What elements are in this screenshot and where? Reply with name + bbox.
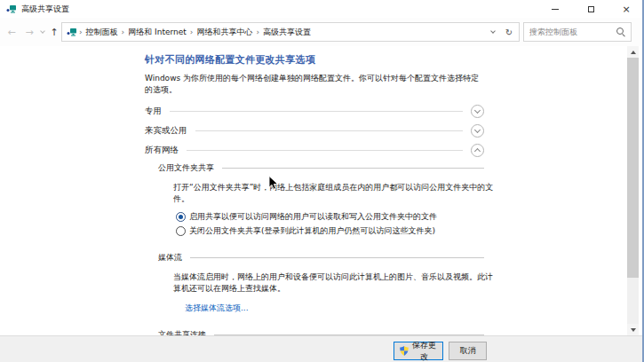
chevron-down-icon	[490, 28, 496, 34]
profile-private-label: 专用	[145, 106, 162, 117]
page-title: 针对不同的网络配置文件更改共享选项	[145, 53, 484, 67]
section-title: 文件共享连接	[158, 329, 206, 336]
app-icon	[6, 4, 17, 14]
divider	[190, 257, 484, 258]
profile-guest-public[interactable]: 来宾或公用	[145, 122, 484, 138]
chevron-down-icon	[474, 106, 481, 113]
forward-button[interactable]: →	[21, 18, 37, 46]
chevron-down-icon	[474, 126, 481, 132]
option-disable-public-folder-sharing[interactable]: 关闭公用文件夹共享(登录到此计算机的用户仍然可以访问这些文件夹)	[176, 225, 484, 237]
refresh-button[interactable]: ↻	[501, 23, 517, 41]
option-enable-public-folder-sharing[interactable]: 启用共享以便可以访问网络的用户可以读取和写入公用文件夹中的文件	[176, 211, 484, 223]
profile-all-networks[interactable]: 所有网络	[145, 142, 484, 158]
breadcrumb-network-internet[interactable]: 网络和 Internet	[124, 27, 190, 38]
window-controls: ×	[537, 0, 644, 18]
breadcrumb-network-sharing-center[interactable]: 网络和共享中心	[193, 27, 256, 38]
profile-private[interactable]: 专用	[145, 103, 484, 119]
scrollbar-thumb[interactable]	[627, 58, 639, 278]
expand-private-button[interactable]	[471, 105, 484, 118]
breadcrumb-advanced-sharing[interactable]: 高级共享设置	[259, 27, 314, 38]
divider	[195, 130, 464, 131]
scroll-up-button[interactable]	[627, 46, 639, 58]
minimize-button[interactable]	[537, 0, 573, 18]
public-folder-sharing-options: 启用共享以便可以访问网络的用户可以读取和写入公用文件夹中的文件 关闭公用文件夹共…	[176, 211, 484, 237]
close-button[interactable]: ×	[608, 0, 644, 18]
up-button[interactable]: ↑	[47, 18, 61, 46]
section-title: 公用文件夹共享	[158, 162, 214, 174]
option-label: 关闭公用文件夹共享(登录到此计算机的用户仍然可以访问这些文件夹)	[189, 225, 435, 237]
all-networks-sections: 公用文件夹共享 打开“公用文件夹共享”时，网络上包括家庭组成员在内的用户都可以访…	[158, 161, 484, 335]
cancel-button[interactable]: 取消	[449, 342, 487, 360]
section-media-streaming: 媒体流	[158, 251, 484, 264]
public-folder-sharing-description: 打开“公用文件夹共享”时，网络上包括家庭组成员在内的用户都可以访问公用文件夹中的…	[173, 182, 495, 205]
triangle-up-icon	[631, 51, 636, 54]
profile-all-networks-label: 所有网络	[145, 145, 179, 156]
radio-selected-icon[interactable]	[176, 212, 186, 222]
section-public-folder-sharing: 公用文件夹共享	[158, 161, 484, 174]
search-icon	[615, 26, 627, 38]
option-label: 启用共享以便可以访问网络的用户可以读取和写入公用文件夹中的文件	[189, 211, 437, 223]
divider	[170, 111, 463, 112]
footer-bar: 保存更改 取消	[0, 335, 644, 362]
triangle-down-icon	[631, 328, 636, 332]
settings-content: 针对不同的网络配置文件更改共享选项 Windows 为你所使用的每个网络创建单独…	[0, 46, 629, 335]
divider	[187, 150, 463, 151]
profile-guest-public-label: 来宾或公用	[145, 125, 187, 137]
title-bar: 高级共享设置 ×	[0, 0, 644, 18]
profile-list: 专用 来宾或公用 所有网络	[145, 103, 484, 158]
window-title: 高级共享设置	[21, 4, 69, 15]
search-box	[523, 22, 632, 42]
address-bar[interactable]: › 控制面板 › 网络和 Internet › 网络和共享中心 › 高级共享设置…	[61, 22, 520, 42]
media-streaming-options-link[interactable]: 选择媒体流选项...	[185, 303, 249, 314]
location-icon	[67, 28, 77, 37]
section-file-sharing-connections: 文件共享连接	[158, 328, 484, 335]
chevron-down-icon	[40, 28, 45, 34]
uac-shield-icon	[400, 346, 409, 356]
chevron-up-icon	[474, 148, 481, 154]
breadcrumb: › 控制面板 › 网络和 Internet › 网络和共享中心 › 高级共享设置	[79, 27, 485, 38]
maximize-button[interactable]	[573, 0, 608, 18]
search-input[interactable]	[524, 28, 615, 36]
radio-unselected-icon[interactable]	[176, 226, 186, 236]
vertical-scrollbar[interactable]	[627, 46, 639, 335]
media-streaming-description: 当媒体流启用时，网络上的用户和设备便可以访问此计算机上的图片、音乐以及视频。此计…	[173, 272, 495, 295]
page-intro: Windows 为你所使用的每个网络创建单独的网络配置文件。你可以针对每个配置文…	[145, 73, 484, 96]
close-icon: ×	[622, 4, 630, 14]
scroll-down-button[interactable]	[627, 324, 639, 335]
section-title: 媒体流	[158, 252, 182, 264]
divider	[222, 168, 484, 169]
save-changes-label: 保存更改	[411, 340, 437, 362]
breadcrumb-control-panel[interactable]: 控制面板	[83, 27, 122, 38]
save-changes-button[interactable]: 保存更改	[394, 342, 443, 360]
address-dropdown-button[interactable]	[485, 23, 501, 41]
back-button[interactable]: ←	[4, 18, 20, 46]
expand-guest-public-button[interactable]	[471, 124, 484, 138]
collapse-all-networks-button[interactable]	[471, 144, 484, 157]
cancel-label: 取消	[460, 345, 476, 357]
maximize-icon	[588, 6, 594, 12]
minimize-icon	[552, 9, 559, 10]
navigation-toolbar: ← → ↑ › 控制面板 › 网络和 Internet › 网络和共享中心 › …	[0, 18, 644, 46]
